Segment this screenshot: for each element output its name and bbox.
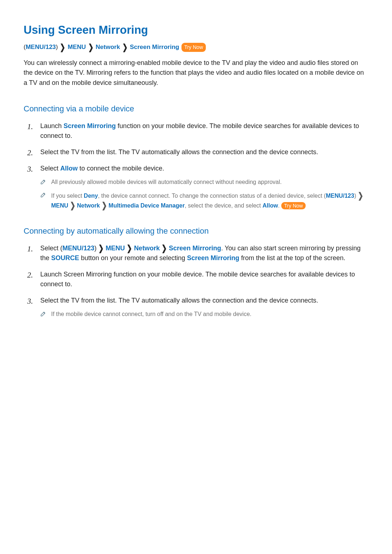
page-title: Using Screen Mirroring — [24, 22, 368, 39]
steps-list-2: Select (MENU/123) ❯ MENU ❯ Network ❯ Scr… — [27, 243, 368, 319]
chevron-right-icon: ❯ — [162, 242, 167, 255]
allow-label: Allow — [60, 165, 78, 172]
section-title-2: Connecting by automatically allowing the… — [24, 225, 368, 237]
note-text: If you select Deny, the device cannot co… — [51, 191, 368, 210]
chevron-right-icon: ❯ — [60, 41, 65, 53]
chevron-right-icon: ❯ — [88, 41, 94, 53]
section-title-1: Connecting via a mobile device — [24, 103, 368, 115]
crumb-screen-mirroring: Screen Mirroring — [169, 245, 221, 252]
crumb-network: Network — [134, 245, 160, 252]
chevron-right-icon: ❯ — [70, 199, 75, 212]
pencil-icon — [40, 192, 46, 197]
deny-label: Deny — [84, 193, 98, 199]
steps-list-1: Launch Screen Mirroring function on your… — [27, 121, 368, 210]
chevron-right-icon: ❯ — [127, 242, 132, 255]
step-item: Select Allow to connect the mobile devic… — [27, 164, 368, 210]
intro-text: You can wirelessly connect a mirroring-e… — [24, 58, 368, 89]
chevron-right-icon: ❯ — [358, 189, 363, 202]
pencil-icon — [40, 311, 46, 316]
screen-mirroring-label: Screen Mirroring — [187, 254, 239, 262]
chevron-right-icon: ❯ — [102, 199, 107, 212]
crumb-menu123: MENU/123 — [26, 44, 56, 50]
step-text: Launch — [40, 122, 64, 130]
note-item: All previously allowed mobile devices wi… — [40, 178, 368, 186]
step-item: Launch Screen Mirroring function on your… — [27, 121, 368, 141]
screen-mirroring-label: Screen Mirroring — [64, 122, 116, 130]
step-item: Select the TV from the list. The TV auto… — [27, 147, 368, 157]
note-text: If the mobile device cannot connect, tur… — [51, 310, 368, 319]
step-item: Launch Screen Mirroring function on your… — [27, 270, 368, 289]
chevron-right-icon: ❯ — [98, 242, 104, 255]
step-item: Select the TV from the list. The TV auto… — [27, 296, 368, 319]
crumb-menu123: MENU/123 — [62, 245, 94, 252]
crumb-screen-mirroring: Screen Mirroring — [130, 42, 179, 52]
crumb-menu: MENU — [106, 245, 125, 252]
step-text: Select — [40, 165, 60, 172]
crumb-multimedia-device-manager: Multimedia Device Manager — [109, 202, 185, 209]
breadcrumb: (MENU/123) ❯ MENU ❯ Network ❯ Screen Mir… — [24, 42, 368, 52]
note-item: If the mobile device cannot connect, tur… — [40, 310, 368, 319]
note-text: All previously allowed mobile devices wi… — [51, 178, 368, 186]
allow-label: Allow — [262, 202, 278, 209]
crumb-network: Network — [96, 42, 120, 52]
step-text: Select the TV from the list. The TV auto… — [40, 297, 318, 304]
step-text: to connect the mobile device. — [78, 165, 164, 172]
step-text: Select the TV from the list. The TV auto… — [40, 148, 318, 156]
source-label: SOURCE — [51, 254, 79, 262]
try-now-badge[interactable]: Try Now — [181, 43, 206, 52]
pencil-icon — [40, 178, 46, 184]
crumb-menu123: MENU/123 — [326, 193, 354, 199]
try-now-badge[interactable]: Try Now — [281, 202, 306, 209]
chevron-right-icon: ❯ — [122, 41, 128, 53]
note-item: If you select Deny, the device cannot co… — [40, 191, 368, 210]
step-text: Launch Screen Mirroring function on your… — [40, 271, 355, 288]
paren-close: ) — [56, 44, 58, 50]
step-item: Select (MENU/123) ❯ MENU ❯ Network ❯ Scr… — [27, 243, 368, 263]
crumb-menu: MENU — [68, 42, 86, 52]
crumb-network: Network — [77, 202, 100, 209]
crumb-menu: MENU — [51, 202, 68, 209]
